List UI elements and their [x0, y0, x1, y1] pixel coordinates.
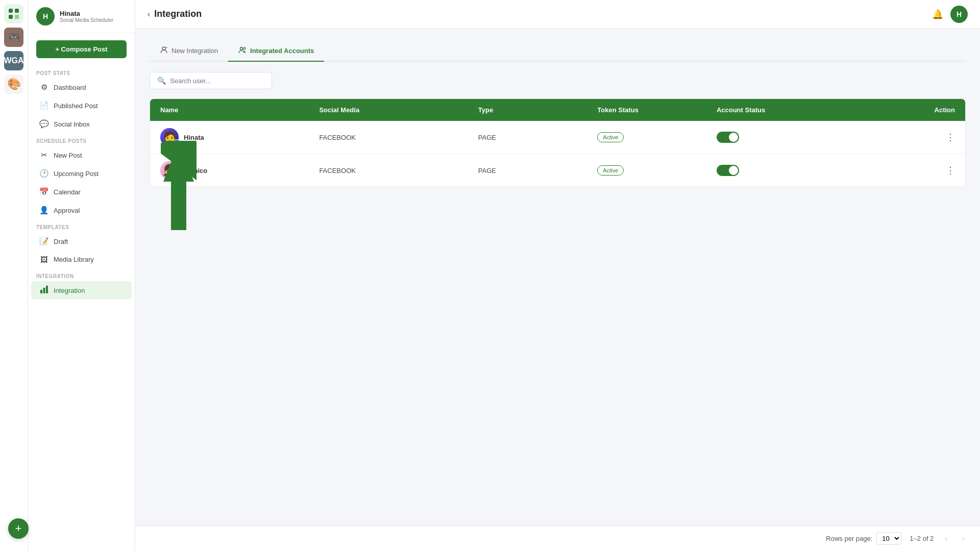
schedule-posts-section: SCHEDULE POSTS ✂ New Post 🕐 Upcoming Pos… — [28, 133, 135, 219]
sidebar-item-calendar-label: Calendar — [54, 188, 81, 196]
svg-line-8 — [166, 47, 167, 48]
svg-rect-5 — [43, 288, 45, 293]
brand-text: Hinata Social Media Scheduler — [60, 10, 113, 23]
icon-strip: 🎮 WGA 🎨 — [0, 0, 28, 551]
page-title: Integration — [154, 9, 202, 19]
sidebar-item-new-post[interactable]: ✂ New Post — [31, 146, 132, 164]
sidebar-item-media-library[interactable]: 🖼 Media Library — [31, 251, 132, 268]
token-status-2: Active — [597, 165, 717, 176]
brand-icon: H — [36, 7, 55, 26]
col-name: Name — [160, 106, 319, 114]
header-right: 🔔 H — [932, 6, 968, 23]
sidebar-item-dashboard[interactable]: ⚙ Dashboard — [31, 78, 132, 96]
header-left: ‹ Integration — [148, 9, 202, 19]
svg-rect-4 — [40, 290, 42, 293]
social-inbox-icon: 💬 — [39, 119, 48, 129]
toggle-1[interactable] — [717, 132, 739, 143]
account-status-2[interactable] — [717, 165, 875, 176]
social-media-2: FACEBOOK — [319, 167, 478, 174]
tabs: New Integration Integrated Accounts — [150, 41, 966, 62]
tab-integrated-accounts-label: Integrated Accounts — [250, 47, 314, 55]
fab-button[interactable]: + — [8, 518, 29, 539]
svg-rect-0 — [9, 9, 13, 13]
sidebar-item-social-inbox-label: Social Inbox — [54, 120, 90, 128]
svg-point-7 — [162, 47, 165, 50]
svg-marker-13 — [163, 143, 194, 182]
table-row: 👧 f Yumico FACEBOOK PAGE Active — [150, 154, 965, 187]
sidebar-avatar-2[interactable]: WGA — [4, 51, 23, 70]
col-action: Action — [875, 106, 955, 114]
brand-subtitle: Social Media Scheduler — [60, 17, 113, 23]
green-arrow-svg — [161, 141, 197, 233]
content-area: New Integration Integrated Accounts 🔍 — [135, 29, 980, 525]
sidebar-avatar-3[interactable]: 🎨 — [4, 74, 23, 94]
sidebar-item-integration-label: Integration — [54, 287, 85, 294]
sidebar-item-upcoming-post-label: Upcoming Post — [54, 170, 99, 178]
schedule-posts-label: SCHEDULE POSTS — [28, 133, 135, 146]
token-status-1: Active — [597, 132, 717, 142]
sidebar-item-new-post-label: New Post — [54, 152, 82, 159]
status-badge-1: Active — [597, 132, 624, 142]
dashboard-icon: ⚙ — [39, 83, 48, 92]
draft-icon: 📝 — [39, 237, 48, 246]
rows-per-page: Rows per page: 10 25 50 — [826, 532, 901, 545]
col-type: Type — [478, 106, 598, 114]
integrated-accounts-tab-icon — [238, 46, 247, 56]
toggle-2[interactable] — [717, 165, 739, 176]
svg-rect-6 — [46, 286, 48, 293]
action-menu-1[interactable]: ⋮ — [875, 132, 955, 143]
sidebar-item-media-library-label: Media Library — [54, 256, 94, 263]
sidebar-item-social-inbox[interactable]: 💬 Social Inbox — [31, 115, 132, 133]
social-media-1: FACEBOOK — [319, 134, 478, 141]
compose-button[interactable]: + Compose Post — [36, 40, 127, 58]
svg-rect-14 — [171, 182, 186, 230]
rows-per-page-label: Rows per page: — [826, 535, 872, 542]
sidebar-item-draft-label: Draft — [54, 238, 68, 245]
search-bar[interactable]: 🔍 — [150, 72, 272, 89]
tab-integrated-accounts[interactable]: Integrated Accounts — [228, 41, 324, 62]
app-logo-icon[interactable] — [4, 4, 23, 23]
svg-point-10 — [243, 47, 246, 49]
post-stats-label: POST STATS — [28, 65, 135, 78]
pagination-info: 1–2 of 2 — [910, 535, 934, 542]
sidebar-item-integration[interactable]: Integration — [31, 281, 132, 299]
arrow-annotation — [161, 141, 197, 235]
next-page-button[interactable]: › — [959, 533, 968, 544]
tab-new-integration-label: New Integration — [172, 47, 218, 55]
calendar-icon: 📅 — [39, 187, 48, 196]
new-post-icon: ✂ — [39, 151, 48, 160]
prev-page-button[interactable]: ‹ — [942, 533, 950, 544]
sidebar-item-published-post-label: Published Post — [54, 102, 98, 110]
integration-label: INTEGRATION — [28, 268, 135, 281]
rows-per-page-select[interactable]: 10 25 50 — [876, 532, 901, 545]
approval-icon: 👤 — [39, 206, 48, 215]
sidebar-item-published-post[interactable]: 📄 Published Post — [31, 96, 132, 115]
svg-point-9 — [240, 47, 243, 50]
table-row: 🧑 f Hinata FACEBOOK PAGE Active — [150, 121, 965, 154]
sidebar-item-approval[interactable]: 👤 Approval — [31, 201, 132, 219]
new-integration-tab-icon — [160, 46, 168, 56]
templates-label: TEMPLATES — [28, 219, 135, 232]
col-social-media: Social Media — [319, 106, 478, 114]
sidebar-item-calendar[interactable]: 📅 Calendar — [31, 183, 132, 201]
notification-icon[interactable]: 🔔 — [932, 9, 943, 20]
user-avatar[interactable]: H — [950, 6, 968, 23]
back-button[interactable]: ‹ — [148, 10, 150, 19]
search-input[interactable] — [170, 77, 264, 85]
templates-section: TEMPLATES 📝 Draft 🖼 Media Library — [28, 219, 135, 268]
sidebar-item-dashboard-label: Dashboard — [54, 84, 86, 91]
sidebar-item-upcoming-post[interactable]: 🕐 Upcoming Post — [31, 164, 132, 183]
status-badge-2: Active — [597, 165, 624, 176]
main-content: ‹ Integration 🔔 H New Integration — [135, 0, 980, 551]
integration-section: INTEGRATION Integration — [28, 268, 135, 299]
post-stats-section: POST STATS ⚙ Dashboard 📄 Published Post … — [28, 65, 135, 133]
tab-new-integration[interactable]: New Integration — [150, 41, 228, 62]
sidebar-avatar-1[interactable]: 🎮 — [4, 28, 23, 47]
sidebar-item-draft[interactable]: 📝 Draft — [31, 232, 132, 251]
upcoming-post-icon: 🕐 — [39, 169, 48, 178]
type-1: PAGE — [478, 134, 598, 141]
action-menu-2[interactable]: ⋮ — [875, 165, 955, 176]
account-status-1[interactable] — [717, 132, 875, 143]
brand-name: Hinata — [60, 10, 113, 17]
footer-bar: Rows per page: 10 25 50 1–2 of 2 ‹ › — [135, 525, 980, 551]
